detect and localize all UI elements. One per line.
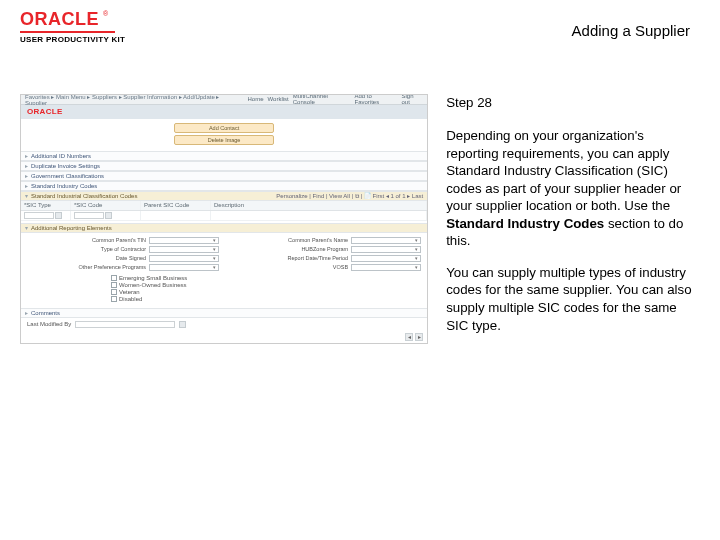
check-label: Disabled	[119, 296, 142, 302]
button-label: Delete Image	[208, 137, 241, 143]
common-parent-select[interactable]	[149, 237, 219, 244]
field-label: Common Parent's Name	[288, 237, 348, 243]
description-cell	[211, 211, 427, 221]
last-modified-label: Last Modified By	[27, 321, 71, 327]
section-label: Comments	[31, 310, 60, 316]
field-label: Common Parent's TIN	[92, 237, 146, 243]
section-additional-reporting[interactable]: ▾ Additional Reporting Elements	[21, 223, 427, 233]
section-label: Additional ID Numbers	[31, 153, 91, 159]
nav-home[interactable]: Home	[248, 96, 264, 102]
lookup-icon[interactable]	[105, 212, 112, 219]
nav-signout[interactable]: Sign out	[401, 94, 423, 106]
other-select[interactable]	[149, 264, 219, 271]
parent-sic-cell	[141, 211, 211, 221]
col-sic-type: *SIC Type	[21, 201, 71, 210]
section-government-class[interactable]: ▸Government Classifications	[21, 171, 427, 181]
checkbox[interactable]	[111, 275, 117, 281]
app-breadcrumb-bar: Favorites ▸ Main Menu ▸ Suppliers ▸ Supp…	[21, 95, 427, 105]
product-subtitle: USER PRODUCTIVITY KIT	[20, 35, 125, 44]
section-identity-codes[interactable]: ▸Standard Industry Codes	[21, 181, 427, 191]
common-parent-name-select[interactable]	[351, 237, 421, 244]
app-brand-logo: ORACLE	[27, 107, 63, 116]
chevron-right-icon: ▸	[25, 162, 28, 169]
chevron-right-icon: ▸	[25, 309, 28, 316]
checkbox[interactable]	[111, 289, 117, 295]
oracle-logo-block: ORACLE ® USER PRODUCTIVITY KIT	[20, 10, 125, 44]
trademark-symbol: ®	[103, 10, 108, 17]
section-comments[interactable]: ▸Comments	[21, 308, 427, 318]
button-label: Add Contact	[209, 125, 239, 131]
col-sic-code: *SIC Code	[71, 201, 141, 210]
nav-favorites[interactable]: Add to Favorites	[355, 94, 398, 106]
col-description: Description	[211, 201, 427, 210]
scroll-right-icon[interactable]: ▸	[415, 333, 423, 341]
lookup-icon[interactable]	[55, 212, 62, 219]
type-contractor-select[interactable]	[149, 246, 219, 253]
sic-grid-row	[21, 211, 427, 221]
add-contact-button[interactable]: Add Contact	[174, 123, 274, 133]
lookup-icon[interactable]	[179, 321, 186, 328]
section-sic-codes[interactable]: ▾ Standard Industrial Classification Cod…	[21, 191, 427, 201]
delete-image-button[interactable]: Delete Image	[174, 135, 274, 145]
nav-worklist[interactable]: Worklist	[268, 96, 289, 102]
grid-toolbar: Personalize | Find | View All | ⧉ | 📄 Fi…	[276, 192, 423, 200]
date-select[interactable]	[149, 255, 219, 262]
section-label: Duplicate Invoice Settings	[31, 163, 100, 169]
section-additional-id[interactable]: ▸Additional ID Numbers	[21, 151, 427, 161]
section-label: Government Classifications	[31, 173, 104, 179]
sic-code-cell[interactable]	[71, 211, 141, 221]
sic-type-cell[interactable]	[21, 211, 71, 221]
scroll-left-icon[interactable]: ◂	[405, 333, 413, 341]
oracle-logo-text: ORACLE	[20, 10, 99, 28]
instruction-paragraph: You can supply multiple types of industr…	[446, 264, 700, 334]
app-brand-bar: ORACLE	[21, 105, 427, 119]
chevron-right-icon: ▸	[25, 172, 28, 179]
section-label: Standard Industrial Classification Codes	[31, 193, 137, 199]
section-label: Additional Reporting Elements	[31, 225, 112, 231]
expiration-select[interactable]	[351, 255, 421, 262]
sic-grid-header: *SIC Type *SIC Code Parent SIC Code Desc…	[21, 201, 427, 211]
instruction-paragraph: Depending on your organization's reporti…	[446, 127, 700, 250]
chevron-down-icon: ▾	[25, 224, 28, 231]
field-label: HUBZone Program	[301, 246, 348, 252]
check-label: Women-Owned Business	[119, 282, 187, 288]
vosb-select[interactable]	[351, 264, 421, 271]
col-parent-sic: Parent SIC Code	[141, 201, 211, 210]
logo-rule	[20, 31, 115, 33]
check-label: Veteran	[119, 289, 140, 295]
instruction-text: Depending on your organization's reporti…	[446, 128, 681, 213]
nav-multichannel[interactable]: MultiChannel Console	[293, 94, 351, 106]
checkbox[interactable]	[111, 282, 117, 288]
hubzone-select[interactable]	[351, 246, 421, 253]
section-label: Standard Industry Codes	[31, 183, 97, 189]
instruction-bold: Standard Industry Codes	[446, 216, 604, 231]
chevron-down-icon: ▾	[25, 192, 28, 199]
field-label: VOSB	[333, 264, 348, 270]
chevron-right-icon: ▸	[25, 182, 28, 189]
field-label: Type of Contractor	[101, 246, 146, 252]
field-label: Date Signed	[116, 255, 146, 261]
reporting-form: Common Parent's TIN Type of Contractor D…	[21, 233, 427, 275]
checkbox[interactable]	[111, 296, 117, 302]
section-duplicate-invoice[interactable]: ▸Duplicate Invoice Settings	[21, 161, 427, 171]
grid-tool-text: Personalize | Find | View All | ⧉ | 📄 Fi…	[276, 192, 423, 200]
step-number: Step 28	[446, 94, 700, 112]
page-title: Adding a Supplier	[572, 22, 690, 39]
chevron-right-icon: ▸	[25, 152, 28, 159]
embedded-screenshot: Favorites ▸ Main Menu ▸ Suppliers ▸ Supp…	[20, 94, 428, 344]
field-label: Report Date/Time Period	[288, 255, 349, 261]
instruction-panel: Step 28 Depending on your organization's…	[446, 94, 700, 349]
checkbox-group: Emerging Small Business Women-Owned Busi…	[21, 275, 427, 302]
check-label: Emerging Small Business	[119, 275, 187, 281]
field-label: Other Preference Programs	[79, 264, 147, 270]
last-modified-input[interactable]	[75, 321, 175, 328]
